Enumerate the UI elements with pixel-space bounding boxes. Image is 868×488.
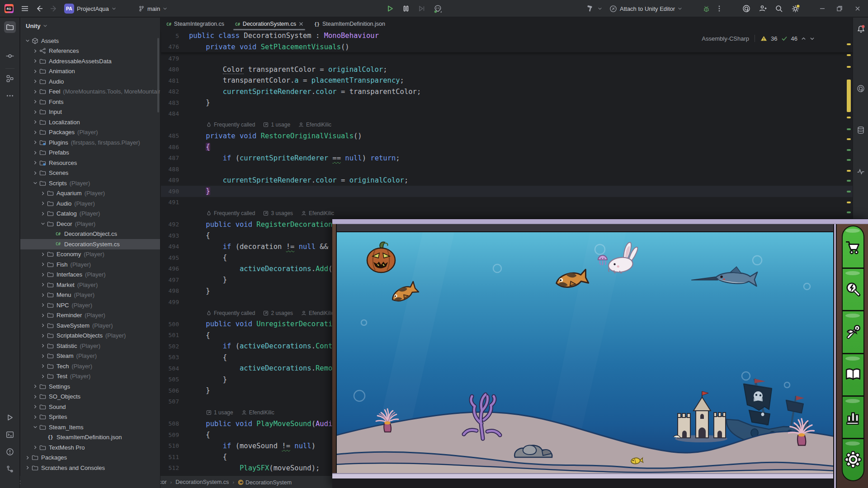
line-number[interactable]: 501 <box>161 332 189 338</box>
game-toolbar-gear-button[interactable] <box>843 439 863 480</box>
warning-stripe-mark[interactable] <box>847 170 851 172</box>
line-number[interactable]: 495 <box>161 254 189 261</box>
notifications-bell-icon[interactable] <box>856 24 866 34</box>
search-icon[interactable] <box>772 0 786 17</box>
tree-item-references[interactable]: References <box>20 46 160 56</box>
tab-steamintegration-cs[interactable]: C#SteamIntegration.cs <box>161 18 230 30</box>
chevron-right-icon[interactable] <box>32 78 39 85</box>
chevron-right-icon[interactable] <box>39 322 47 329</box>
line-number[interactable]: 484 <box>161 110 189 117</box>
tree-item-audio[interactable]: Audio(Player) <box>20 198 160 209</box>
line-number[interactable]: 494 <box>161 243 189 250</box>
tree-item-scripts[interactable]: Scripts(Player) <box>20 178 160 188</box>
warning-stripe-mark[interactable] <box>847 117 851 118</box>
debug-bug-icon[interactable] <box>700 0 713 17</box>
chevron-right-icon[interactable] <box>32 98 39 105</box>
chevron-right-icon[interactable] <box>39 200 47 207</box>
tree-item-settings[interactable]: Settings <box>20 381 160 392</box>
chevron-right-icon[interactable] <box>32 57 39 65</box>
inspection-widget[interactable]: Assembly-CSharp 36 46 <box>699 34 817 43</box>
chevron-right-icon[interactable] <box>24 454 31 461</box>
lens-1-usage[interactable]: 1 usage <box>263 122 290 128</box>
pause-button[interactable] <box>400 0 412 17</box>
lens-efendikilic[interactable]: EfendiKilic <box>301 310 334 316</box>
warning-stripe-mark[interactable] <box>847 80 851 112</box>
project-panel-header[interactable]: Unity <box>26 20 47 31</box>
line-number[interactable]: 510 <box>161 442 189 449</box>
line-number[interactable]: 498 <box>161 287 189 294</box>
project-tool-icon[interactable] <box>4 21 16 33</box>
line-number[interactable]: 479 <box>161 55 189 62</box>
line-number[interactable]: 489 <box>161 177 189 183</box>
chevron-down-icon[interactable] <box>32 423 39 431</box>
chevron-right-icon[interactable] <box>32 159 39 166</box>
window-minimize-icon[interactable] <box>816 0 828 17</box>
tree-item-prefabs[interactable]: Prefabs <box>20 148 160 158</box>
chevron-right-icon[interactable] <box>39 281 47 288</box>
chevron-right-icon[interactable] <box>32 403 39 410</box>
chevron-right-icon[interactable] <box>32 129 39 136</box>
chevron-right-icon[interactable] <box>39 362 47 370</box>
chevron-right-icon[interactable] <box>32 47 39 55</box>
chevron-right-icon[interactable] <box>32 444 39 451</box>
chevron-down-icon[interactable] <box>24 37 31 44</box>
tree-item-fonts[interactable]: Fonts <box>20 97 160 107</box>
tree-item-localization[interactable]: Localization <box>20 117 160 127</box>
chevron-right-icon[interactable] <box>32 139 39 146</box>
line-number[interactable]: 491 <box>161 199 189 206</box>
tree-item-sound[interactable]: Sound <box>20 402 160 412</box>
tree-item-npc[interactable]: NPC(Player) <box>20 300 160 310</box>
chevron-right-icon[interactable] <box>39 301 47 309</box>
tree-item-menu[interactable]: Menu(Player) <box>20 290 160 300</box>
line-number[interactable]: 485 <box>161 132 189 139</box>
tree-item-scenes[interactable]: Scenes <box>20 168 160 178</box>
breadcrumb-item-decorationsystem[interactable]: DecorationSystem <box>238 479 292 486</box>
tree-item-steamitemdefinition-json[interactable]: {}SteamItemDefinition.json <box>20 432 160 443</box>
tree-item-input[interactable]: Input <box>20 107 160 117</box>
ok-stripe-mark[interactable] <box>847 159 851 161</box>
prev-issue-chevron-icon[interactable] <box>801 36 806 41</box>
chevron-right-icon[interactable] <box>32 88 39 95</box>
chevron-right-icon[interactable] <box>39 190 47 197</box>
tab-decorationsystem-cs[interactable]: C#DecorationSystem.cs <box>230 18 309 30</box>
tree-item-feel[interactable]: Feel(MoreMountains.Tools, MoreMountain <box>20 87 160 97</box>
tree-item-reminder[interactable]: Reminder(Player) <box>20 310 160 321</box>
next-issue-chevron-icon[interactable] <box>810 36 815 41</box>
line-number[interactable]: 482 <box>161 88 189 95</box>
problems-tool-icon[interactable] <box>4 446 16 458</box>
lens-frequently-called[interactable]: Frequently called <box>206 122 255 128</box>
window-close-icon[interactable] <box>852 0 863 17</box>
tree-item-assets[interactable]: Assets <box>20 36 160 46</box>
project-tree[interactable]: AssetsReferencesAddressableAssetsDataAni… <box>20 36 160 488</box>
forward-arrow-icon[interactable] <box>47 0 61 17</box>
back-arrow-icon[interactable] <box>33 0 46 17</box>
line-number[interactable]: 476 <box>161 43 189 50</box>
more-tools-icon[interactable] <box>4 90 16 102</box>
chevron-right-icon[interactable] <box>32 169 39 177</box>
line-number[interactable]: 480 <box>161 66 189 73</box>
ok-stripe-mark[interactable] <box>847 191 851 192</box>
ok-stripe-mark[interactable] <box>847 180 851 182</box>
lens-frequently-called[interactable]: Frequently called <box>206 210 255 216</box>
build-config-chevron-icon[interactable] <box>595 0 605 17</box>
chevron-down-icon[interactable] <box>39 220 47 227</box>
tree-item-scriptableobjects[interactable]: ScriptableObjects(Player) <box>20 331 160 341</box>
tree-item-savesystem[interactable]: SaveSystem(Player) <box>20 320 160 331</box>
line-number[interactable]: 486 <box>161 144 189 150</box>
tree-item-animation[interactable]: Animation <box>20 66 160 77</box>
chevron-right-icon[interactable] <box>32 149 39 156</box>
line-number[interactable]: 487 <box>161 155 189 161</box>
profiler-pulse-icon[interactable] <box>856 167 866 177</box>
tree-item-addressableassetsdata[interactable]: AddressableAssetsData <box>20 56 160 66</box>
main-menu-hamburger-icon[interactable] <box>18 0 32 17</box>
ok-stripe-mark[interactable] <box>847 149 851 151</box>
step-button[interactable] <box>415 0 429 17</box>
game-toolbar-fish-wrench-button[interactable] <box>843 311 863 354</box>
line-number[interactable]: 512 <box>161 465 189 471</box>
game-window-title-strip[interactable] <box>332 219 868 224</box>
tree-item-resources[interactable]: Resources <box>20 158 160 168</box>
chevron-right-icon[interactable] <box>32 108 39 116</box>
chevron-right-icon[interactable] <box>39 342 47 349</box>
tree-item-aquarium[interactable]: Aquarium(Player) <box>20 188 160 199</box>
ai-assistant-icon[interactable] <box>740 0 753 17</box>
